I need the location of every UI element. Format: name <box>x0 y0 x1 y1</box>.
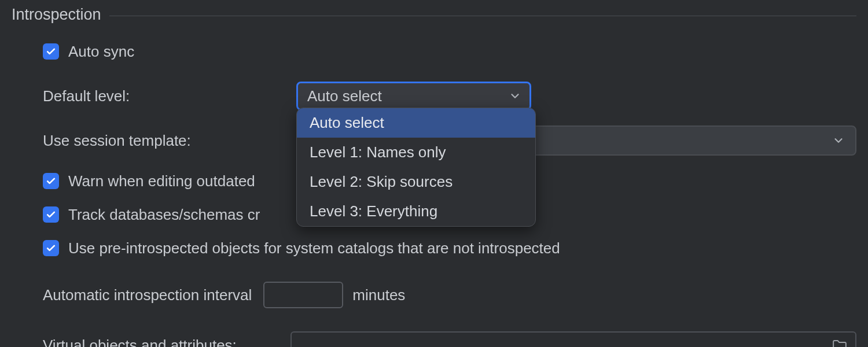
track-db-label: Track databases/schemas cr <box>68 206 260 224</box>
dropdown-item[interactable]: Level 1: Names only <box>297 138 535 167</box>
default-level-value: Auto select <box>307 87 382 105</box>
autosync-label: Auto sync <box>68 43 134 61</box>
dropdown-item[interactable]: Level 3: Everything <box>297 197 535 226</box>
preintrospected-label: Use pre-introspected objects for system … <box>68 239 560 257</box>
check-icon <box>45 242 57 254</box>
session-template-label: Use session template: <box>43 132 191 149</box>
check-icon <box>45 209 57 220</box>
group-divider <box>109 16 856 16</box>
check-icon <box>45 46 57 57</box>
interval-unit: minutes <box>352 286 405 304</box>
preintrospected-checkbox[interactable] <box>43 240 59 256</box>
warn-outdated-checkbox[interactable] <box>43 173 59 189</box>
interval-input[interactable] <box>263 282 343 308</box>
track-db-checkbox[interactable] <box>43 206 59 223</box>
check-icon <box>45 175 57 187</box>
warn-outdated-label: Warn when editing outdated <box>68 172 255 190</box>
group-title: Introspection <box>12 6 109 24</box>
dropdown-item[interactable]: Auto select <box>297 108 535 138</box>
group-header: Introspection <box>12 6 856 24</box>
dropdown-item[interactable]: Level 2: Skip sources <box>297 167 535 197</box>
autosync-checkbox[interactable] <box>43 43 59 60</box>
interval-label: Automatic introspection interval <box>43 286 252 304</box>
default-level-label: Default level: <box>43 87 130 105</box>
virtual-label: Virtual objects and attributes: <box>43 337 237 348</box>
default-level-select[interactable]: Auto select <box>296 82 531 110</box>
chevron-down-icon <box>832 134 845 147</box>
folder-icon[interactable] <box>832 339 847 347</box>
default-level-dropdown[interactable]: Auto select Level 1: Names only Level 2:… <box>296 108 536 227</box>
virtual-input[interactable] <box>290 331 856 347</box>
chevron-down-icon <box>509 90 521 102</box>
